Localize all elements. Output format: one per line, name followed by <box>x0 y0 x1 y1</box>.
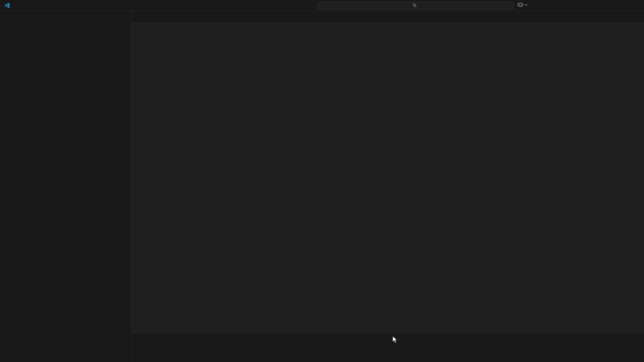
breadcrumb <box>131 22 644 30</box>
chevron-down-icon <box>525 3 528 6</box>
explorer-sidebar <box>16 11 131 362</box>
bottom-panel <box>131 333 644 362</box>
search-icon <box>413 3 417 8</box>
activity-bar <box>0 11 16 362</box>
copilot-menu[interactable] <box>517 2 528 8</box>
vscode-window <box>0 0 644 362</box>
editor-group <box>131 11 644 362</box>
command-center-search[interactable] <box>318 2 514 9</box>
terminal-output[interactable] <box>131 345 644 362</box>
tab-bar <box>131 11 644 22</box>
code-editor[interactable] <box>131 30 644 333</box>
vscode-logo-icon <box>3 2 11 8</box>
copilot-icon <box>517 2 524 8</box>
title-bar <box>0 0 644 11</box>
mouse-cursor <box>392 336 398 344</box>
